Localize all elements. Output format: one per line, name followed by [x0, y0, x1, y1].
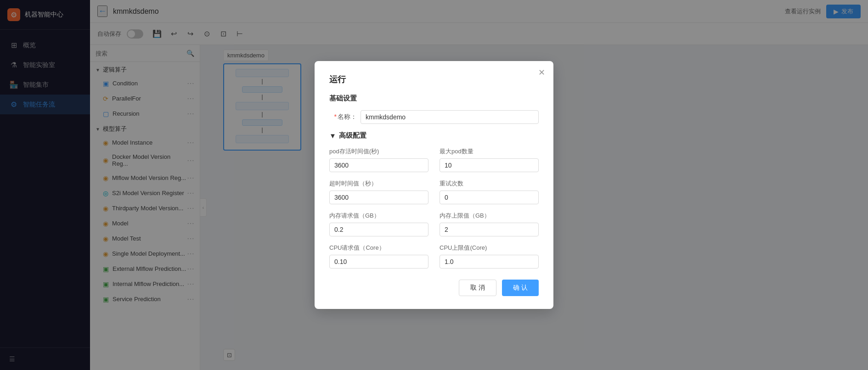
timeout-field: 超时时间值（秒） [329, 179, 428, 204]
cpu-req-field: CPU请求值（Core） [329, 244, 428, 269]
pod-ttl-field: pod存活时间值(秒) [329, 147, 428, 172]
max-pod-input[interactable] [440, 158, 539, 172]
pod-ttl-label: pod存活时间值(秒) [329, 147, 428, 156]
cpu-limit-input[interactable] [440, 255, 539, 269]
cancel-button[interactable]: 取 消 [459, 280, 496, 296]
max-pod-field: 最大pod数量 [440, 147, 539, 172]
basic-settings-label: 基础设置 [329, 94, 539, 103]
advanced-settings-label: 高级配置 [339, 131, 366, 140]
timeout-input[interactable] [329, 191, 428, 204]
timeout-label: 超时时间值（秒） [329, 179, 428, 188]
advanced-fields-grid: pod存活时间值(秒) 最大pod数量 超时时间值（秒） 重试次数 内存请求值（… [329, 147, 539, 269]
mem-req-label: 内存请求值（GB） [329, 212, 428, 220]
modal-overlay: ✕ 运行 基础设置 名称： ▼ 高级配置 pod存活时间值(秒) 最大pod数量… [0, 0, 868, 370]
max-pod-label: 最大pod数量 [440, 147, 539, 156]
mem-limit-input[interactable] [440, 223, 539, 236]
dialog-close-button[interactable]: ✕ [538, 68, 545, 77]
dialog-title: 运行 [329, 74, 539, 85]
cpu-limit-label: CPU上限值(Core) [440, 244, 539, 252]
cpu-req-input[interactable] [329, 255, 428, 269]
pod-ttl-input[interactable] [329, 158, 428, 172]
mem-limit-field: 内存上限值（GB） [440, 212, 539, 236]
name-field-row: 名称： [329, 110, 539, 124]
advanced-settings-header[interactable]: ▼ 高级配置 [329, 131, 539, 140]
retry-field: 重试次数 [440, 179, 539, 204]
name-input[interactable] [361, 110, 539, 124]
confirm-button[interactable]: 确 认 [502, 280, 539, 296]
retry-input[interactable] [440, 191, 539, 204]
mem-limit-label: 内存上限值（GB） [440, 212, 539, 220]
mem-req-field: 内存请求值（GB） [329, 212, 428, 236]
dialog-footer: 取 消 确 认 [329, 280, 539, 296]
advanced-arrow-icon: ▼ [329, 132, 336, 140]
cpu-req-label: CPU请求值（Core） [329, 244, 428, 252]
name-label: 名称： [329, 113, 357, 121]
retry-label: 重试次数 [440, 179, 539, 188]
cpu-limit-field: CPU上限值(Core) [440, 244, 539, 269]
mem-req-input[interactable] [329, 223, 428, 236]
run-dialog: ✕ 运行 基础设置 名称： ▼ 高级配置 pod存活时间值(秒) 最大pod数量… [315, 61, 553, 309]
